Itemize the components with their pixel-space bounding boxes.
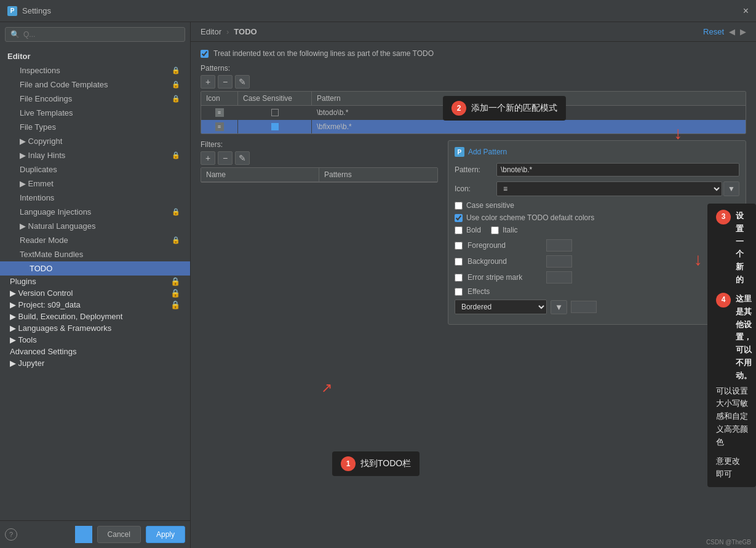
sidebar-item-intentions[interactable]: Intentions bbox=[0, 191, 190, 205]
breadcrumb-separator: › bbox=[226, 27, 229, 36]
nav-section-tools[interactable]: ▶ Tools bbox=[0, 334, 190, 346]
sidebar-item-reader-mode[interactable]: Reader Mode 🔒 bbox=[0, 233, 190, 247]
icon-field-row: Icon: ≡ ▼ bbox=[455, 181, 739, 196]
treat-indented-checkbox[interactable] bbox=[201, 50, 209, 58]
add-filter-button[interactable]: + bbox=[201, 151, 215, 165]
case-sensitive-checkbox[interactable] bbox=[455, 202, 463, 210]
row2-case bbox=[238, 120, 312, 133]
lock-icon: 🔒 bbox=[170, 300, 180, 309]
effects-color-picker[interactable] bbox=[571, 301, 597, 313]
edit-filter-button[interactable]: ✎ bbox=[235, 151, 250, 165]
effects-label: Effects bbox=[468, 287, 541, 296]
table-row[interactable]: ≡ \bfixme\b.* bbox=[201, 120, 746, 133]
add-pattern-icon: P bbox=[455, 147, 464, 157]
sidebar-item-language-injections[interactable]: Language Injections 🔒 bbox=[0, 205, 190, 219]
search-input[interactable] bbox=[23, 30, 180, 39]
color-section: Bold Italic Foreground bbox=[455, 226, 739, 314]
blue-action-button[interactable] bbox=[75, 526, 92, 543]
sidebar-item-inspections[interactable]: Inspections 🔒 bbox=[0, 63, 190, 77]
lock-icon: 🔒 bbox=[172, 95, 180, 103]
sidebar-item-live-templates[interactable]: Live Templates bbox=[0, 106, 190, 120]
titlebar: P Settings × bbox=[0, 0, 756, 22]
search-box[interactable]: 🔍 bbox=[5, 27, 185, 42]
pattern-label: Pattern: bbox=[455, 165, 491, 174]
icon-cell-1: ≡ bbox=[215, 108, 224, 117]
nav-section-version-control[interactable]: ▶ Version Control 🔒 bbox=[0, 287, 190, 299]
cancel-button[interactable]: Cancel bbox=[97, 526, 141, 543]
bold-checkbox[interactable] bbox=[455, 226, 463, 234]
arrow-3: ↓ bbox=[694, 250, 702, 269]
nav-tree: Editor Inspections 🔒 File and Code Templ… bbox=[0, 47, 190, 520]
case-sensitive-row: Case sensitive bbox=[455, 201, 739, 210]
nav-section-jupyter[interactable]: ▶ Jupyter bbox=[0, 357, 190, 369]
reset-button[interactable]: Reset bbox=[703, 27, 724, 36]
case-sensitive-label: Case sensitive bbox=[466, 201, 514, 210]
effects-select[interactable]: Bordered bbox=[455, 300, 547, 314]
row1-icon: ≡ bbox=[201, 106, 238, 119]
error-stripe-row: Error stripe mark bbox=[455, 271, 739, 284]
use-color-scheme-label: Use color scheme TODO default colors bbox=[466, 213, 594, 222]
pattern-input[interactable] bbox=[496, 163, 739, 177]
main-content-area: 🔍 Editor Inspections 🔒 File and Code Tem… bbox=[0, 22, 756, 548]
sidebar-item-todo[interactable]: TODO bbox=[0, 261, 190, 276]
effects-checkbox[interactable] bbox=[455, 288, 463, 296]
sidebar-item-emmet[interactable]: ▶ Emmet bbox=[0, 177, 190, 191]
pattern-form: P Add Pattern Pattern: Icon: bbox=[448, 140, 746, 325]
nav-section-build[interactable]: ▶ Build, Execution, Deployment bbox=[0, 311, 190, 322]
error-stripe-checkbox[interactable] bbox=[455, 274, 463, 282]
sidebar-item-file-encodings[interactable]: File Encodings 🔒 bbox=[0, 92, 190, 106]
patterns-toolbar: + − ✎ bbox=[201, 75, 746, 89]
sidebar-item-file-code-templates[interactable]: File and Code Templates 🔒 bbox=[0, 77, 190, 92]
nav-section-plugins[interactable]: Plugins 🔒 bbox=[0, 276, 190, 287]
treat-indented-checkbox-row: Treat indented text on the following lin… bbox=[201, 49, 746, 58]
nav-forward-button[interactable]: ▶ bbox=[740, 27, 746, 36]
sidebar-item-inlay-hints[interactable]: ▶ Inlay Hints 🔒 bbox=[0, 148, 190, 162]
remove-pattern-button[interactable]: − bbox=[218, 75, 233, 89]
effects-select-container: Bordered ▼ bbox=[455, 300, 739, 314]
italic-checkbox[interactable] bbox=[491, 226, 499, 234]
tooltip-find-todo: 1 找到TODO栏 bbox=[332, 451, 420, 476]
remove-filter-button[interactable]: − bbox=[218, 151, 233, 165]
sidebar-bottom-bar: ? Cancel Apply bbox=[0, 520, 190, 548]
foreground-checkbox[interactable] bbox=[455, 242, 463, 250]
error-stripe-color-picker[interactable] bbox=[546, 271, 572, 284]
nav-section-editor[interactable]: Editor bbox=[0, 49, 190, 63]
use-color-scheme-checkbox[interactable] bbox=[455, 214, 463, 222]
case-checkbox-2[interactable] bbox=[271, 123, 279, 130]
sidebar-item-file-types[interactable]: File Types bbox=[0, 120, 190, 134]
apply-button[interactable]: Apply bbox=[146, 526, 185, 543]
help-button[interactable]: ? bbox=[5, 528, 17, 541]
icon-select-dropdown[interactable]: ▼ bbox=[723, 181, 739, 196]
edit-pattern-button[interactable]: ✎ bbox=[235, 75, 250, 89]
bottom-split: Filters: + − ✎ Name Patterns bbox=[201, 140, 746, 325]
sidebar-item-copyright[interactable]: ▶ Copyright bbox=[0, 134, 190, 148]
nav-section-advanced[interactable]: Advanced Settings bbox=[0, 346, 190, 357]
case-checkbox-1[interactable] bbox=[271, 109, 279, 116]
patterns-label: Patterns: bbox=[201, 64, 746, 73]
breadcrumb-parent[interactable]: Editor bbox=[201, 27, 221, 36]
close-button[interactable]: × bbox=[743, 6, 749, 17]
sidebar-item-natural-languages[interactable]: ▶ Natural Languages bbox=[0, 219, 190, 233]
nav-back-button[interactable]: ◀ bbox=[729, 27, 735, 36]
filters-label: Filters: bbox=[201, 140, 438, 149]
breadcrumb-reset-area: Reset ◀ ▶ bbox=[703, 27, 746, 36]
filter-col-patterns: Patterns bbox=[319, 168, 437, 181]
settings-window: P Settings × 🔍 Editor Inspections 🔒 bbox=[0, 0, 756, 548]
foreground-label: Foreground bbox=[468, 241, 541, 250]
background-checkbox[interactable] bbox=[455, 258, 463, 266]
icon-label: Icon: bbox=[455, 185, 491, 193]
foreground-color-picker[interactable] bbox=[546, 239, 572, 252]
nav-section-languages[interactable]: ▶ Languages & Frameworks bbox=[0, 322, 190, 334]
tooltip-other-body: 可以设置大小写敏感和自定义高亮颜色 bbox=[716, 385, 752, 449]
add-pattern-button[interactable]: + bbox=[201, 75, 215, 89]
arrow-2: ↑ bbox=[674, 125, 682, 145]
sidebar-item-duplicates[interactable]: Duplicates bbox=[0, 162, 190, 177]
sidebar-item-textmate-bundles[interactable]: TextMate Bundles bbox=[0, 247, 190, 261]
effects-dropdown-button[interactable]: ▼ bbox=[551, 300, 567, 314]
col-icon: Icon bbox=[201, 92, 238, 105]
breadcrumb-current: TODO bbox=[234, 27, 257, 36]
icon-select[interactable]: ≡ bbox=[496, 181, 722, 196]
background-color-picker[interactable] bbox=[546, 255, 572, 268]
sidebar: 🔍 Editor Inspections 🔒 File and Code Tem… bbox=[0, 22, 191, 548]
nav-section-project[interactable]: ▶ Project: s09_data 🔒 bbox=[0, 299, 190, 311]
